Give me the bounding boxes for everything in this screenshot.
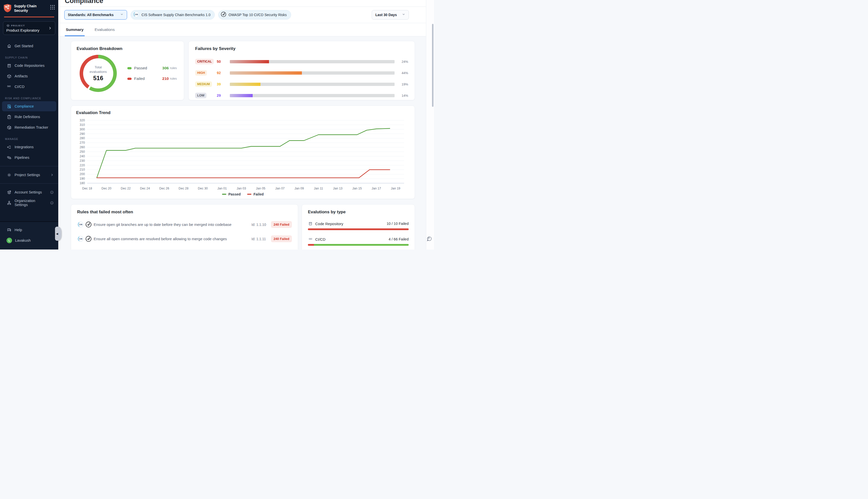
app-root: Supply Chain Security PROJECT Product Ex… [0, 0, 434, 250]
sidebar-item-help[interactable]: ? Help [2, 225, 56, 235]
sidebar-footer: ? Help L Lavakush [0, 221, 58, 250]
main-area: Compliance Standards: All Benchmarks CIS [58, 0, 434, 250]
svg-text:310: 310 [79, 123, 85, 126]
clipboard-check-icon [7, 114, 12, 119]
sidebar-item-account-settings[interactable]: Account Settings [2, 187, 56, 197]
sidebar-item-label: Help [15, 228, 22, 232]
severity-rows: CRITICAL 50 24% HIGH 92 44% MEDIUM [195, 59, 408, 98]
sidebar-item-remediation-tracker[interactable]: Remediation Tracker [2, 122, 56, 132]
svg-text:Jan 07: Jan 07 [275, 187, 285, 190]
sidebar-item-label: Rule Definitions [15, 115, 40, 119]
benchmark-chip-cis[interactable]: CIS CIS Software Supply Chain Benchmarks… [131, 10, 215, 20]
sidebar-item-label: Project Settings [15, 173, 40, 177]
sidebar: Supply Chain Security PROJECT Product Ex… [0, 0, 58, 250]
project-eyebrow-label: PROJECT [11, 24, 25, 27]
trend-legend: Passed Failed [76, 192, 410, 196]
scrollbar-thumb[interactable] [432, 24, 434, 107]
page-title: Compliance [65, 0, 434, 5]
rule-text: Ensure all open comments are resolved be… [94, 237, 251, 241]
cis-logo-icon: CIS [77, 235, 84, 242]
section-label-risk-compliance: RISK AND COMPLIANCE [5, 97, 58, 100]
sidebar-item-integrations[interactable]: Integrations [2, 142, 56, 152]
svg-text:Dec 24: Dec 24 [140, 187, 150, 190]
compliance-doc-icon [7, 104, 12, 109]
severity-badge: HIGH [195, 70, 207, 76]
evaluation-trend-card: Evaluation Trend 18019020021022023024025… [71, 106, 415, 199]
svg-text:Jan 19: Jan 19 [391, 187, 400, 190]
sidebar-nav: Get Started SUPPLY CHAIN Code Repositori… [0, 37, 58, 208]
benchmark-chip-label: OWASP Top 10 CI/CD Security Risks [228, 13, 287, 17]
sidebar-item-pipelines[interactable]: Pipelines [2, 153, 56, 162]
standards-dropdown[interactable]: Standards: All Benchmarks [64, 10, 127, 20]
failed-count: 210 [162, 76, 169, 81]
svg-text:250: 250 [79, 150, 85, 154]
sidebar-item-label: Get Started [15, 44, 33, 48]
svg-text:230: 230 [79, 159, 85, 162]
date-range-dropdown[interactable]: Last 30 Days [372, 10, 409, 20]
project-selector[interactable]: PROJECT Product Exploratory [3, 21, 55, 35]
severity-bar-low [230, 94, 253, 97]
sidebar-item-cicd[interactable]: CI/CD [2, 82, 56, 92]
svg-text:Dec 30: Dec 30 [198, 187, 208, 190]
tab-evaluations[interactable]: Evaluations [94, 27, 116, 36]
svg-text:CIS: CIS [79, 223, 82, 226]
section-label-manage: MANAGE [5, 137, 58, 141]
user-name: Lavakush [15, 239, 30, 242]
apps-grid-icon[interactable] [50, 5, 55, 10]
type-row-code-repository: Code Repository 10 / 10 Failed [308, 221, 409, 230]
svg-text:190: 190 [79, 177, 85, 180]
legend-passed: Passed [222, 192, 240, 196]
owasp-logo-icon [85, 221, 92, 228]
donut-legend: Passed 306 rules Failed 210 rules [127, 66, 177, 81]
rule-row[interactable]: CIS Ensure open git branches are up to d… [77, 221, 292, 228]
rule-id: Id: 1.1.10 [251, 223, 271, 227]
svg-text:180: 180 [79, 181, 85, 185]
chevron-down-icon [120, 13, 124, 17]
sidebar-item-get-started[interactable]: Get Started [2, 41, 56, 51]
svg-text:280: 280 [79, 136, 85, 140]
gear-icon [7, 172, 12, 178]
rule-text: Ensure open git branches are up to date … [94, 222, 251, 227]
rule-row[interactable]: CIS Ensure all open comments are resolve… [77, 235, 292, 242]
svg-text:300: 300 [79, 127, 85, 131]
sidebar-item-organization-settings[interactable]: Organization Settings [2, 198, 56, 208]
user-avatar: L [7, 238, 12, 243]
sidebar-item-code-repositories[interactable]: Code Repositories [2, 61, 56, 71]
cube-icon [6, 24, 10, 27]
sidebar-item-project-settings[interactable]: Project Settings [2, 170, 56, 180]
severity-bar-medium [230, 83, 260, 86]
org-gear-icon [7, 200, 12, 205]
svg-text:Jan 01: Jan 01 [217, 187, 227, 190]
sidebar-item-label: Code Repositories [15, 63, 45, 68]
failed-swatch [127, 78, 132, 80]
date-range-value: Last 30 Days [375, 13, 397, 17]
svg-text:Jan 09: Jan 09 [295, 187, 304, 190]
type-result: 10 / 10 Failed [386, 222, 409, 226]
project-name: Product Exploratory [6, 28, 48, 33]
type-result: 4 / 66 Failed [388, 237, 409, 241]
tab-summary[interactable]: Summary [65, 27, 85, 36]
sidebar-item-compliance[interactable]: Compliance [2, 101, 56, 111]
donut-center-value: 516 [93, 75, 103, 82]
svg-text:Jan 03: Jan 03 [237, 187, 246, 190]
svg-text:200: 200 [79, 172, 85, 176]
sidebar-item-artifacts[interactable]: Artifacts [2, 71, 56, 81]
sidebar-item-label: Compliance [15, 104, 34, 108]
benchmark-chip-owasp[interactable]: OWASP Top 10 CI/CD Security Risks [218, 10, 291, 20]
svg-text:Dec 18: Dec 18 [82, 187, 92, 190]
svg-text:Dec 26: Dec 26 [159, 187, 169, 190]
brand-accent-rule [4, 16, 54, 17]
rule-rows: CIS Ensure open git branches are up to d… [77, 221, 292, 250]
info-icon[interactable] [50, 191, 54, 194]
benchmark-chip-label: CIS Software Supply Chain Benchmarks 1.0 [141, 13, 210, 17]
svg-text:Jan 13: Jan 13 [333, 187, 343, 190]
sidebar-item-user[interactable]: L Lavakush [2, 235, 56, 245]
svg-text:Jan 05: Jan 05 [256, 187, 265, 190]
sidebar-item-label: CI/CD [15, 85, 24, 89]
sidebar-collapse-handle[interactable]: ◀ [55, 227, 62, 241]
severity-row-critical: CRITICAL 50 24% [195, 59, 408, 64]
info-icon[interactable] [50, 201, 54, 205]
sidebar-item-rule-definitions[interactable]: Rule Definitions [2, 112, 56, 122]
chat-widget-icon[interactable] [426, 236, 433, 243]
svg-text:Dec 28: Dec 28 [178, 187, 189, 190]
